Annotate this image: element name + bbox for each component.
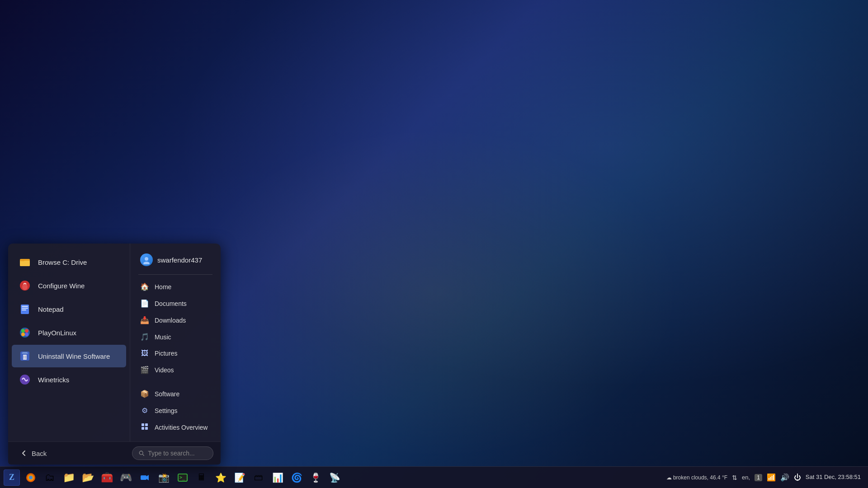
username-label: swarfendor437 [157,256,202,264]
menu-item-uninstall-wine[interactable]: Uninstall Wine Software [12,345,126,367]
volume-icon[interactable]: 🔊 [780,473,789,482]
menu-separator [138,274,212,275]
menu-body: Browse C: Drive Configure Wine [8,244,221,441]
menu-right-panel: swarfendor437 🏠 Home 📄 Documents 📥 Downl… [130,244,221,441]
svg-point-11 [22,284,28,290]
taskbar-clock: Sat 31 Dec, 23:58:51 [806,473,861,481]
notepad-icon [18,302,32,316]
calculator-taskbar-icon[interactable]: 🖩 [193,469,210,486]
browse-c-label: Browse C: Drive [38,258,87,266]
svg-rect-8 [20,261,30,266]
menu-item-home[interactable]: 🏠 Home [135,278,216,295]
text-editor-taskbar-icon[interactable]: 📝 [231,469,248,486]
svg-text:>_: >_ [179,475,185,480]
svg-rect-32 [145,427,148,430]
downloads-icon: 📥 [140,316,149,324]
svg-point-16 [20,328,30,338]
winetricks-icon [18,373,32,386]
menu-item-documents[interactable]: 📄 Documents [135,295,216,312]
wine-taskbar-icon[interactable]: 🍷 [307,469,324,486]
settings-taskbar-icon[interactable]: 🧰 [99,469,115,486]
svg-rect-14 [22,308,28,309]
terminal-taskbar-icon[interactable]: >_ [175,469,191,486]
menu-item-configure-wine[interactable]: Configure Wine [12,274,126,297]
music-icon: 🎵 [140,333,149,341]
menu-item-downloads[interactable]: 📥 Downloads [135,312,216,328]
datetime-display: Sat 31 Dec, 23:58:51 [806,473,861,481]
taskbar: Z 🗂 📁 📂 🧰 🎮 📸 [0,466,868,488]
settings-icon: ⚙ [140,406,149,415]
svg-rect-15 [22,310,26,310]
documents-label: Documents [155,300,187,307]
svg-rect-30 [145,423,148,426]
menu-item-settings[interactable]: ⚙ Settings [135,402,216,419]
activities-icon [140,423,149,432]
menu-item-software[interactable]: 📦 Software [135,385,216,402]
uninstall-wine-icon [18,349,32,363]
menu-item-notepad[interactable]: Notepad [12,298,126,320]
user-avatar [140,253,153,266]
svg-point-18 [25,329,28,333]
favorites-taskbar-icon[interactable]: ⭐ [212,469,229,486]
svg-marker-4 [146,475,149,480]
videos-icon: 🎬 [140,366,149,374]
music-label: Music [155,333,171,341]
uninstall-wine-label: Uninstall Wine Software [38,352,110,360]
thunar-taskbar-icon[interactable]: 📂 [80,469,96,486]
file-manager-taskbar-icon[interactable]: 📁 [61,469,77,486]
zoom-taskbar-icon[interactable] [137,469,153,486]
home-icon: 🏠 [140,282,149,291]
home-label: Home [155,283,171,291]
budgie-taskbar-icon[interactable]: 🌀 [288,469,305,486]
folder-taskbar-icon[interactable]: 🗃 [250,469,267,486]
pictures-label: Pictures [155,350,178,357]
downloads-label: Downloads [155,317,186,324]
svg-point-28 [143,262,150,264]
svg-line-34 [142,454,144,455]
svg-rect-23 [23,355,27,360]
back-button[interactable]: Back [15,446,51,460]
menu-item-browse-c[interactable]: Browse C: Drive [12,251,126,273]
activities-label: Activities Overview [155,424,208,431]
menu-item-videos[interactable]: 🎬 Videos [135,361,216,378]
svg-point-2 [29,476,33,479]
menu-item-activities[interactable]: Activities Overview [135,419,216,436]
places-section: 🏠 Home 📄 Documents 📥 Downloads 🎵 Music 🖼 [135,278,216,378]
svg-point-17 [21,329,25,333]
documents-icon: 📄 [140,299,149,308]
weather-icon: ☁ [666,474,672,481]
network-icon[interactable]: 📶 [767,473,776,482]
menu-item-pictures[interactable]: 🖼 Pictures [135,345,216,361]
configure-wine-label: Configure Wine [38,282,85,290]
system-monitor-taskbar-icon[interactable]: 📊 [269,469,286,486]
power-icon[interactable]: ⏻ [794,474,801,482]
configure-wine-icon [18,279,32,292]
settings-label: Settings [155,407,178,414]
winetricks-label: Winetricks [38,376,69,384]
weather-indicator: ☁ broken clouds, 46.4 °F [666,474,728,481]
playonlinux-taskbar-icon[interactable]: 🎮 [118,469,134,486]
browse-c-icon [18,255,32,269]
firefox-taskbar-icon[interactable] [23,469,39,486]
svg-rect-29 [142,423,144,426]
zorin-menu-button[interactable]: Z [4,469,20,486]
network-sync-icon: ⇅ [732,474,737,481]
menu-item-playonlinux[interactable]: PlayOnLinux [12,321,126,344]
search-box[interactable] [132,446,213,460]
keyboard-layout[interactable]: en, [742,474,750,481]
files-taskbar-icon[interactable]: 🗂 [42,469,58,486]
svg-point-19 [21,333,25,336]
menu-item-winetricks[interactable]: Winetricks [12,368,126,391]
menu-bottom: Back [8,441,221,465]
playonlinux-icon [18,326,32,339]
weather-text: broken clouds, 46.4 °F [673,474,727,481]
search-icon [139,450,144,456]
menu-user-section[interactable]: swarfendor437 [135,249,216,272]
svg-rect-31 [142,427,144,430]
taskbar-left: Z 🗂 📁 📂 🧰 🎮 📸 [4,469,666,486]
screenshot-taskbar-icon[interactable]: 📸 [156,469,172,486]
menu-item-music[interactable]: 🎵 Music [135,328,216,345]
start-menu: Browse C: Drive Configure Wine [8,244,221,465]
search-input[interactable] [148,450,207,457]
extra-taskbar-icon[interactable]: 📡 [326,469,343,486]
